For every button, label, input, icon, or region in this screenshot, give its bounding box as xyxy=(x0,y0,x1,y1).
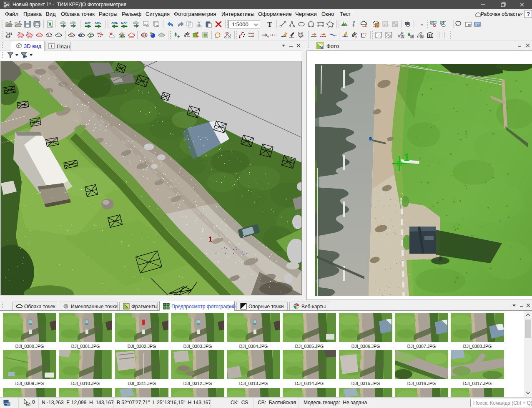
svg-text:A: A xyxy=(402,35,404,38)
svg-text:1: 1 xyxy=(208,235,212,243)
svg-text:1: 1 xyxy=(404,151,409,164)
svg-text:T: T xyxy=(267,20,272,28)
svg-text:°101: °101 xyxy=(5,32,12,35)
svg-text:A: A xyxy=(411,35,413,38)
svg-text:DXF: DXF xyxy=(85,21,91,25)
svg-text:010: 010 xyxy=(5,35,10,38)
svg-text:DXF: DXF xyxy=(121,21,128,25)
svg-text:XML: XML xyxy=(111,21,118,25)
svg-text:»: » xyxy=(421,22,423,27)
svg-text:XML: XML xyxy=(95,21,101,25)
svg-text:A: A xyxy=(421,35,423,38)
svg-text:A: A xyxy=(267,35,269,38)
